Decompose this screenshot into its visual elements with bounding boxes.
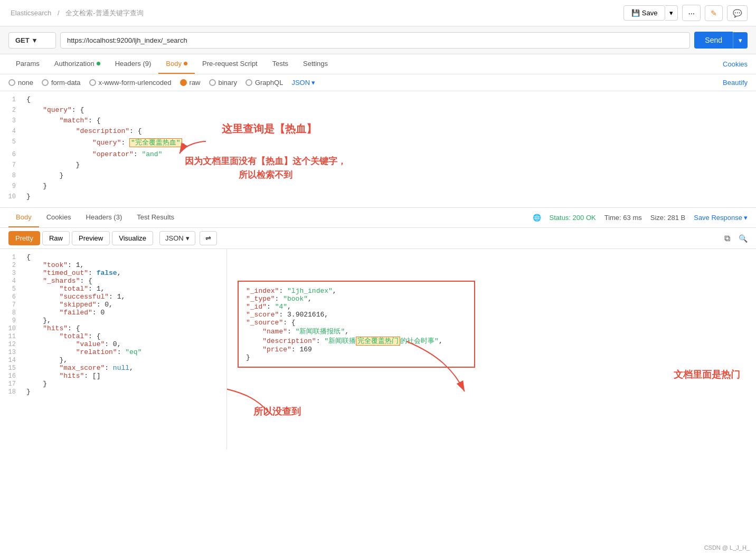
code-line-8: 8 } (0, 171, 756, 182)
resp-line-8: 8 "failed": 0 (0, 309, 226, 317)
result-line-9: } (246, 353, 467, 361)
option-form-data[interactable]: form-data (42, 79, 81, 87)
json-response-chevron: ▾ (186, 234, 190, 242)
view-preview-button[interactable]: Preview (72, 231, 110, 245)
response-tab-body[interactable]: Body (8, 208, 39, 227)
tab-pre-request[interactable]: Pre-request Script (195, 54, 265, 74)
tab-headers[interactable]: Headers (9) (108, 54, 159, 74)
radio-urlencoded (89, 79, 96, 86)
send-main-button[interactable]: Send (694, 32, 733, 49)
resp-line-12: 12 "value": 0, (0, 340, 226, 348)
result-line-8: "price": 169 (246, 346, 467, 353)
tab-body[interactable]: Body (158, 54, 195, 74)
tab-authorization[interactable]: Authorization (47, 54, 108, 74)
response-code-editor[interactable]: 1 { 2 "took": 1, 3 "timed_out": false, (0, 249, 226, 400)
save-response-chevron: ▾ (744, 214, 748, 222)
resp-line-2: 2 "took": 1, (0, 261, 226, 269)
chevron-down-icon: ▾ (669, 9, 673, 17)
request-tabs-bar: Params Authorization Headers (9) Body Pr… (0, 54, 756, 74)
json-chevron-icon: ▾ (311, 79, 315, 87)
code-line-5: 5 "query": "完全覆盖热血", (0, 138, 756, 150)
option-raw[interactable]: raw (180, 79, 201, 87)
radio-binary (209, 79, 216, 86)
response-code-panel: 1 { 2 "took": 1, 3 "timed_out": false, (0, 249, 227, 449)
url-input[interactable] (60, 32, 690, 49)
view-pretty-button[interactable]: Pretty (8, 231, 40, 245)
annotation-text-2: 因为文档里面没有【热血】这个关键字，所以检索不到 (185, 155, 346, 181)
option-graphql[interactable]: GraphQL (245, 79, 283, 87)
request-editor-container: 1 { 2 "query": { 3 "match": { 4 "descrip… (0, 91, 756, 208)
credit-text: CSDN @ L_J_H_ (704, 544, 750, 551)
resp-line-6: 6 "successful": 1, (0, 293, 226, 301)
resp-line-16: 16 "hits": [] (0, 372, 226, 380)
result-line-6: "name": "新闻联播报纸", (246, 327, 467, 336)
resp-line-5: 5 "total": 1, (0, 285, 226, 293)
response-time: Time: 63 ms (604, 214, 642, 222)
response-json-dropdown[interactable]: JSON ▾ (159, 231, 195, 245)
response-meta: 🌐 Status: 200 OK Time: 63 ms Size: 281 B… (533, 214, 748, 222)
method-select[interactable]: GET ▾ (8, 32, 56, 49)
more-icon: ··· (688, 8, 695, 17)
response-tab-headers[interactable]: Headers (3) (79, 208, 130, 227)
edit-icon: ✎ (711, 9, 717, 17)
save-dropdown-button[interactable]: ▾ (665, 5, 678, 21)
tab-params[interactable]: Params (8, 54, 47, 74)
method-label: GET (15, 36, 30, 44)
code-line-4: 4 "description": { (0, 127, 756, 138)
more-button[interactable]: ··· (682, 5, 701, 21)
send-dropdown-button[interactable]: ▾ (733, 32, 748, 49)
resp-line-15: 15 "max_score": null, (0, 364, 226, 372)
header-actions: 💾 Save ▾ ··· ✎ 💬 (623, 5, 748, 21)
request-code-editor[interactable]: 1 { 2 "query": { 3 "match": { 4 "descrip… (0, 91, 756, 207)
save-response-button[interactable]: Save Response ▾ (694, 214, 748, 222)
code-line-1: 1 { (0, 95, 756, 106)
resp-line-9: 9 }, (0, 317, 226, 324)
json-format-dropdown[interactable]: JSON ▾ (291, 79, 315, 87)
save-button[interactable]: 💾 Save (623, 5, 666, 21)
tab-settings[interactable]: Settings (296, 54, 335, 74)
response-section: Body Cookies Headers (3) Test Results 🌐 … (0, 208, 756, 449)
annotation-text-3: 文档里面是热门 (674, 368, 740, 381)
code-line-6: 6 "operator": "and" (0, 150, 756, 161)
option-binary[interactable]: binary (209, 79, 237, 87)
authorization-dot (97, 62, 100, 65)
option-none[interactable]: none (8, 79, 33, 87)
breadcrumb-sep: / (58, 9, 61, 17)
code-line-9: 9 } (0, 182, 756, 193)
response-tab-test-results[interactable]: Test Results (129, 208, 182, 227)
view-visualize-button[interactable]: Visualize (112, 231, 153, 245)
save-icon: 💾 (631, 9, 640, 17)
beautify-button[interactable]: Beautify (723, 79, 748, 87)
breadcrumb-app[interactable]: Elasticsearch (11, 9, 51, 17)
breadcrumb-page: 全文检索-普通关键字查询 (65, 9, 143, 17)
resp-line-17: 17 } (0, 380, 226, 388)
cookies-link[interactable]: Cookies (723, 60, 748, 68)
send-chevron-icon: ▾ (739, 36, 742, 44)
comment-button[interactable]: 💬 (727, 5, 748, 21)
resp-line-10: 10 "hits": { (0, 324, 226, 332)
result-line-4: "_score": 3.9021616, (246, 311, 467, 319)
code-line-3: 3 "match": { (0, 117, 756, 127)
result-line-7: "description": "新闻联播完全覆盖热门的社会时事", (246, 336, 467, 346)
wrap-button[interactable]: ⇌ (200, 231, 217, 245)
wrap-icon: ⇌ (205, 234, 211, 242)
breadcrumb: Elasticsearch / 全文检索-普通关键字查询 (8, 8, 146, 18)
response-tab-cookies[interactable]: Cookies (39, 208, 79, 227)
resp-line-14: 14 }, (0, 356, 226, 364)
resp-line-7: 7 "skipped": 0, (0, 301, 226, 309)
result-line-2: "_type": "book", (246, 295, 467, 303)
result-line-1: "_index": "ljh_index", (246, 287, 467, 295)
search-icon[interactable]: 🔍 (739, 234, 748, 243)
resp-line-11: 11 "total": { (0, 332, 226, 340)
option-urlencoded[interactable]: x-www-form-urlencoded (89, 79, 172, 87)
tab-tests[interactable]: Tests (265, 54, 296, 74)
view-raw-button[interactable]: Raw (42, 231, 70, 245)
code-line-2: 2 "query": { (0, 106, 756, 117)
resp-line-18: 18 } (0, 388, 226, 396)
resp-line-4: 4 "_shards": { (0, 277, 226, 285)
copy-icon[interactable]: ⧉ (724, 234, 730, 243)
resp-line-3: 3 "timed_out": false, (0, 269, 226, 277)
response-size: Size: 281 B (650, 214, 686, 222)
view-options-bar: Pretty Raw Preview Visualize JSON ▾ ⇌ ⧉ … (0, 228, 756, 249)
edit-button[interactable]: ✎ (705, 5, 723, 21)
